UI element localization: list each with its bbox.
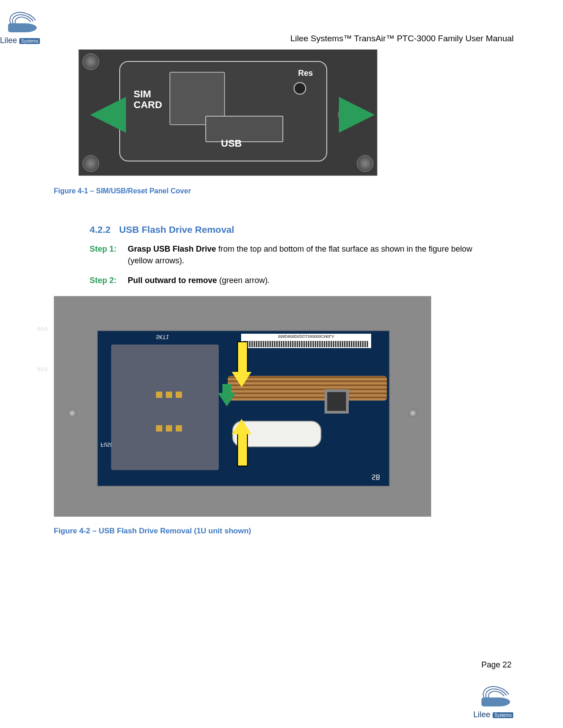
logo-badge: Systems (19, 38, 40, 44)
step-1: Step 1: Grasp USB Flash Drive from the t… (90, 243, 514, 266)
chip-icon (325, 389, 349, 414)
figure-4-1-image: SIM CARD USB Res (78, 49, 377, 176)
page-header: Lilee Systems Lilee Systems™ TransAir™ P… (0, 9, 514, 45)
reset-hole (294, 82, 306, 95)
logo-graphic (473, 687, 518, 709)
figure-4-2-caption: Figure 4-2 – USB Flash Drive Removal (1U… (54, 527, 514, 536)
step-text: Grasp USB Flash Drive from the top and b… (128, 243, 473, 266)
step-rest: (green arrow). (217, 276, 270, 285)
screw-icon (68, 409, 77, 418)
sim-card-label: SIM CARD (134, 89, 162, 110)
company-logo-top: Lilee Systems (0, 13, 45, 45)
sim-holder (111, 344, 219, 470)
screw-icon (82, 53, 99, 70)
usb-slot (205, 116, 283, 142)
yellow-arrow-up-icon (234, 415, 250, 465)
green-arrow-right-icon (339, 97, 375, 133)
logo-text: Lilee Systems (0, 36, 45, 45)
screw-icon (82, 155, 99, 172)
pcb-label-skt: SKT1 (156, 334, 169, 340)
barcode-lines-icon (243, 341, 369, 347)
ribbon-cables (228, 376, 387, 401)
step-bold: Grasp USB Flash Drive (128, 244, 216, 253)
barcode-sticker: 556D905D02G1340000CM0LA (241, 334, 371, 348)
figure-4-1-caption: Figure 4-1 – SIM/USB/Reset Panel Cover (54, 187, 514, 195)
page-content: SIM CARD USB Res Figure 4-1 – SIM/USB/Re… (54, 49, 514, 536)
page-number: Page 22 (481, 660, 511, 670)
logo-word: Lilee (473, 710, 490, 719)
step-bold: Pull outward to remove (128, 276, 217, 285)
figure-4-2-image: SKT1 FUSE SB 556D905D02G1340000CM0LA 050… (54, 296, 431, 517)
section-number: 4.2.2 (90, 224, 117, 235)
green-arrow-out-icon (218, 393, 236, 406)
pcb-label-sb: SB (372, 473, 380, 481)
gold-contacts-icon (156, 392, 183, 398)
step-label: Step 2: (90, 275, 126, 286)
logo-badge: Systems (493, 712, 513, 718)
logo-word: Lilee (0, 36, 17, 45)
step-text: Pull outward to remove (green arrow). (128, 275, 473, 286)
company-logo-bottom: Lilee Systems (473, 687, 518, 719)
step-label: Step 1: (90, 243, 126, 255)
section-heading: 4.2.2 USB Flash Drive Removal (90, 224, 514, 235)
logo-text: Lilee Systems (473, 710, 518, 719)
panel-outline: SIM CARD USB Res (119, 61, 327, 161)
green-arrow-left-icon (90, 97, 126, 133)
pcb-label-050: 050 (37, 366, 48, 373)
barcode-text: 556D905D02G1340000CM0LA (241, 334, 371, 339)
yellow-arrow-down-icon (234, 341, 250, 391)
screw-icon (408, 409, 417, 418)
step-2: Step 2: Pull outward to remove (green ar… (90, 275, 514, 286)
gold-contacts-icon (156, 425, 183, 432)
reset-label: Res (298, 69, 313, 78)
usb-label: USB (221, 138, 242, 149)
document-title: Lilee Systems™ TransAir™ PTC-3000 Family… (290, 34, 514, 44)
screw-icon (357, 155, 373, 172)
pcb-label-050: 050 (37, 326, 48, 332)
section-title: USB Flash Drive Removal (119, 224, 234, 235)
logo-graphic (0, 13, 45, 35)
